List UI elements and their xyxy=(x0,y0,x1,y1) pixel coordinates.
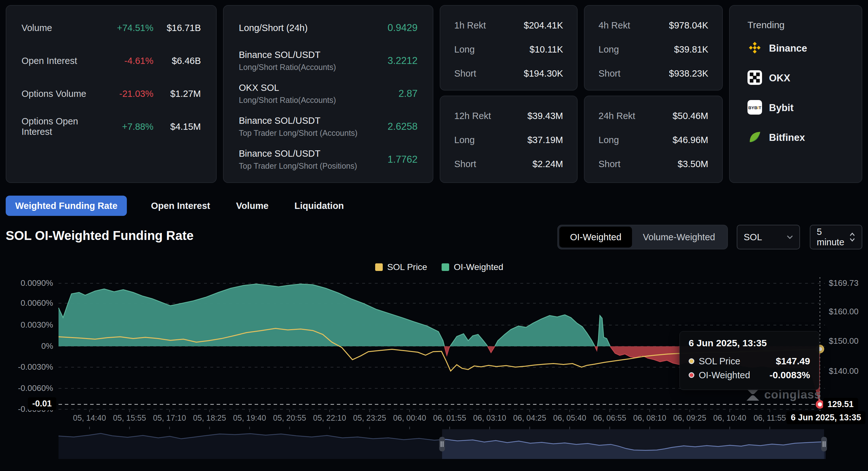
crosshair-price-badge: 129.51 xyxy=(823,398,858,411)
x-axis-tick: 06, 05:40 xyxy=(553,413,586,422)
long-short-title: Binance SOL/USDT xyxy=(239,148,388,159)
tooltip-series-dot xyxy=(689,358,694,364)
okx-icon xyxy=(747,70,762,86)
x-axis-tick: 05, 15:55 xyxy=(113,413,146,422)
tab-weighted-funding-rate[interactable]: Weighted Funding Rate xyxy=(6,196,127,216)
x-axis-tick: 06, 11:55 xyxy=(753,413,786,422)
x-axis-tick: 06, 09:25 xyxy=(673,413,706,422)
interval-select[interactable]: 5 minute xyxy=(810,225,862,249)
stat-label: Open Interest xyxy=(22,56,103,66)
x-axis-tick: 06, 04:25 xyxy=(513,413,546,422)
rekt-short-label: Short xyxy=(454,68,476,79)
legend-item-sol-price[interactable]: SOL Price xyxy=(375,262,427,272)
trending-item-bybit[interactable]: BYBITBybit xyxy=(730,93,862,123)
rekt-card-24h: 24h Rekt$50.46MLong$46.96MShort$3.50M xyxy=(584,96,723,183)
tooltip-date: 6 Jun 2025, 13:35 xyxy=(689,338,810,349)
long-short-subtitle: Top Trader Long/Short (Accounts) xyxy=(239,128,388,138)
rekt-period-label: 1h Rekt xyxy=(454,20,486,31)
long-short-subtitle: Long/Short Ratio(Accounts) xyxy=(239,63,388,72)
watermark-text: coinglass xyxy=(764,388,821,401)
x-axis-tick: 06, 06:55 xyxy=(593,413,626,422)
rekt-period-label: 24h Rekt xyxy=(598,111,635,121)
stat-row: Options Volume-21.03%$1.27M xyxy=(6,86,216,101)
x-axis-tick: 05, 14:40 xyxy=(73,413,106,422)
rekt-long-label: Long xyxy=(454,135,475,145)
legend-label: OI-Weighted xyxy=(454,262,503,272)
trending-title: Trending xyxy=(730,6,862,34)
long-short-value: 3.2212 xyxy=(388,55,417,66)
long-short-value: 2.87 xyxy=(399,88,417,99)
legend-swatch xyxy=(375,263,383,271)
tab-liquidation[interactable]: Liquidation xyxy=(292,201,346,211)
tab-open-interest[interactable]: Open Interest xyxy=(149,201,212,211)
tooltip-series-dot xyxy=(689,372,694,378)
x-axis-tick: 05, 19:40 xyxy=(233,413,266,422)
trending-item-bitfinex[interactable]: Bitfinex xyxy=(730,123,862,153)
rekt-card-12h: 12h Rekt$39.43MLong$37.19MShort$2.24M xyxy=(440,96,578,183)
x-axis-tick: 05, 18:25 xyxy=(193,413,226,422)
x-axis-tick: 06, 08:10 xyxy=(633,413,666,422)
chart-navigator[interactable] xyxy=(59,429,826,459)
trending-item-name: Bitfinex xyxy=(769,132,805,143)
stat-value: $6.46B xyxy=(153,56,201,66)
trending-card: Trending BinanceOKXBYBITBybitBitfinex xyxy=(729,5,862,183)
rekt-long-value: $10.11K xyxy=(530,44,563,55)
long-short-row: Binance SOL/USDTLong/Short Ratio(Account… xyxy=(224,44,433,77)
bitfinex-icon xyxy=(747,130,762,146)
x-axis-tick: 05, 22:10 xyxy=(313,413,346,422)
rekt-short-row: Short$3.50M xyxy=(585,152,722,176)
rekt-long-row: Long$37.19M xyxy=(440,128,577,152)
rekt-short-label: Short xyxy=(598,159,620,169)
stat-label: Options Volume xyxy=(22,89,103,99)
trending-item-name: OKX xyxy=(769,72,790,84)
chevron-down-icon xyxy=(787,235,793,239)
stat-change: +74.51% xyxy=(103,23,153,33)
long-short-value: 0.9429 xyxy=(388,22,417,34)
legend-item-oi-weighted[interactable]: OI-Weighted xyxy=(442,262,503,272)
toggle-option-volume-weighted[interactable]: Volume-Weighted xyxy=(632,227,726,247)
long-short-titles: OKX SOLLong/Short Ratio(Accounts) xyxy=(239,83,399,105)
long-short-row: OKX SOLLong/Short Ratio(Accounts)2.87 xyxy=(224,77,433,110)
bybit-icon: BYBIT xyxy=(747,100,762,116)
trending-item-okx[interactable]: OKX xyxy=(730,63,862,93)
symbol-select[interactable]: SOL xyxy=(737,225,800,249)
tooltip-series-label: OI-Weighted xyxy=(699,370,750,380)
tooltip-series-label: SOL Price xyxy=(699,356,740,366)
tooltip-row: OI-Weighted-0.0083% xyxy=(689,370,810,381)
y-axis-tick-left: -0.0060% xyxy=(3,383,53,393)
svg-text:BYBIT: BYBIT xyxy=(748,106,762,110)
x-axis-tick: 06, 03:10 xyxy=(473,413,506,422)
rekt-card-1h: 1h Rekt$204.41KLong$10.11KShort$194.30K xyxy=(440,5,578,91)
tooltip-series-value: $147.49 xyxy=(776,356,810,366)
long-short-value: 1.7762 xyxy=(388,154,417,165)
rekt-long-label: Long xyxy=(598,135,619,145)
y-axis-tick-left: 0.0090% xyxy=(3,278,53,288)
tab-volume[interactable]: Volume xyxy=(234,201,271,211)
y-axis-tick-left: 0.0030% xyxy=(3,320,53,330)
stat-change: -4.61% xyxy=(103,56,153,66)
rekt-short-value: $938.23K xyxy=(669,68,708,79)
y-axis-tick-left: 0.0060% xyxy=(3,298,53,308)
y-axis-tick-right: $150.00 xyxy=(829,336,859,346)
page-title: SOL OI-Weighted Funding Rate xyxy=(6,229,194,243)
interval-select-value: 5 minute xyxy=(817,227,849,247)
toggle-option-oi-weighted[interactable]: OI-Weighted xyxy=(559,227,632,247)
y-axis-tick-left: -0.0030% xyxy=(3,362,53,372)
rekt-total-value: $50.46M xyxy=(673,111,708,121)
rekt-short-label: Short xyxy=(454,159,476,169)
long-short-titles: Binance SOL/USDTTop Trader Long/Short (A… xyxy=(239,116,388,138)
trending-item-name: Bybit xyxy=(769,102,794,114)
rekt-short-row: Short$938.23K xyxy=(585,61,722,85)
trending-item-binance[interactable]: Binance xyxy=(730,34,862,63)
rekt-total-row: 4h Rekt$978.04K xyxy=(585,13,722,37)
stat-value: $16.71B xyxy=(153,23,201,33)
x-axis-tick: 06, 10:40 xyxy=(713,413,746,422)
stat-value: $1.27M xyxy=(153,89,201,99)
symbol-select-value: SOL xyxy=(744,232,762,242)
long-short-title: Binance SOL/USDT xyxy=(239,50,388,60)
rekt-long-label: Long xyxy=(454,44,475,55)
coinglass-watermark: coinglass xyxy=(746,388,821,401)
long-short-value: 2.6258 xyxy=(388,121,417,132)
rekt-total-value: $39.43M xyxy=(527,111,563,121)
rekt-total-value: $978.04K xyxy=(669,20,708,31)
